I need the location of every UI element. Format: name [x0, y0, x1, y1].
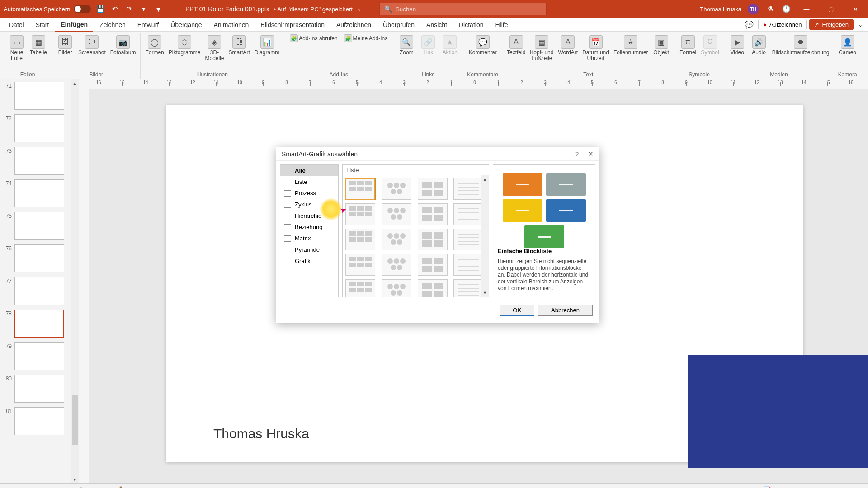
ribbon-btn-foliennummer[interactable]: #Foliennummer — [613, 33, 649, 57]
layout-option[interactable] — [345, 229, 375, 250]
dialog-help-icon[interactable]: ? — [575, 150, 579, 158]
close-button[interactable]: ✕ — [846, 0, 864, 18]
gallery-scrollbar[interactable]: ▲ ▼ — [481, 175, 489, 297]
ribbon-btn-objekt[interactable]: ▣Objekt — [652, 33, 671, 57]
tab-start[interactable]: Start — [30, 19, 55, 31]
layout-option[interactable] — [382, 254, 411, 276]
tab-ansicht[interactable]: Ansicht — [421, 19, 453, 31]
slide-thumbnail[interactable]: 72 — [3, 114, 76, 142]
slide-counter[interactable]: Folie 78 von 83 — [5, 486, 45, 488]
ribbon-btn-bildschirmaufzeichnung[interactable]: ⏺Bildschirmaufzeichnung — [771, 33, 830, 57]
category-pyramide[interactable]: Pyramide — [280, 244, 338, 255]
save-icon[interactable]: 💾 — [95, 4, 105, 14]
ok-button[interactable]: OK — [500, 305, 534, 316]
ribbon-btn-link[interactable]: 🔗Link — [419, 33, 438, 57]
ribbon-btn-aktion[interactable]: ★Aktion — [440, 33, 459, 57]
tab-einfuegen[interactable]: Einfügen — [55, 18, 93, 32]
dialog-close-icon[interactable]: ✕ — [588, 150, 594, 158]
layout-option[interactable] — [418, 254, 448, 276]
layout-option[interactable] — [453, 229, 483, 250]
ribbon-btn-textfeld[interactable]: ATextfeld — [506, 33, 526, 57]
layout-option[interactable] — [453, 203, 483, 225]
layout-option[interactable] — [382, 229, 411, 250]
ribbon-btn-formen[interactable]: ◯Formen — [144, 33, 165, 57]
from-beginning-icon[interactable]: ▾ — [139, 4, 149, 14]
search-input[interactable] — [396, 6, 542, 13]
gallery-scroll-down-icon[interactable]: ▼ — [481, 289, 489, 297]
tab-uebergaenge[interactable]: Übergänge — [165, 19, 207, 31]
ribbon-btn-3d--modelle[interactable]: ◈3D- Modelle — [204, 33, 225, 63]
layout-option[interactable] — [345, 254, 375, 276]
scroll-down-icon[interactable]: ▼ — [71, 475, 79, 483]
tab-aufzeichnen[interactable]: Aufzeichnen — [331, 19, 377, 31]
category-hierarchie[interactable]: Hierarchie — [280, 210, 338, 221]
slide-thumbnail[interactable]: 80 — [3, 375, 76, 403]
notes-button[interactable]: 📝 Notizen — [764, 486, 793, 488]
ribbon-btn-diagramm[interactable]: 📊Diagramm — [254, 33, 280, 57]
thumbs-scrollbar[interactable]: ▲ ▼ — [71, 79, 79, 483]
layout-option[interactable] — [418, 229, 448, 250]
ribbon-btn-screenshot[interactable]: 🖵Screenshot — [77, 33, 107, 57]
slide-thumbnail[interactable]: 81 — [3, 407, 76, 435]
ribbon-btn-symbol[interactable]: ΩSymbol — [700, 33, 720, 57]
category-grafik[interactable]: Grafik — [280, 255, 338, 267]
slide-thumbnail[interactable]: 73 — [3, 147, 76, 175]
ribbon-btn-fotoalbum[interactable]: 📷Fotoalbum — [109, 33, 137, 57]
ribbon-btn-wordart[interactable]: AWordArt — [557, 33, 579, 57]
user-avatar[interactable]: TH — [748, 4, 759, 14]
category-zyklus[interactable]: Zyklus — [280, 199, 338, 210]
scrollbar-thumb[interactable] — [72, 395, 78, 445]
comments-ribbon-icon[interactable]: 💬 — [743, 19, 755, 31]
collapse-ribbon-icon[interactable]: ⌄ — [856, 20, 864, 30]
ribbon-btn-meine-add-ins[interactable]: 🧩Meine Add-Ins — [342, 33, 390, 43]
dialog-titlebar[interactable]: SmartArt-Grafik auswählen ? ✕ — [276, 147, 599, 161]
layout-option[interactable] — [382, 178, 411, 200]
layout-option[interactable] — [345, 279, 375, 297]
ribbon-btn-video[interactable]: ▶Video — [728, 33, 747, 57]
slide-thumbnail[interactable]: 71 — [3, 82, 76, 110]
ribbon-btn-bilder[interactable]: 🖼Bilder — [56, 33, 75, 57]
tab-entwurf[interactable]: Entwurf — [132, 19, 164, 31]
category-matrix[interactable]: Matrix — [280, 233, 338, 244]
slide-thumbnail[interactable]: 74 — [3, 179, 76, 207]
category-liste[interactable]: Liste — [280, 176, 338, 188]
record-button[interactable]: ●Aufzeichnen — [758, 19, 807, 30]
tab-animationen[interactable]: Animationen — [208, 19, 255, 31]
ribbon-btn-neue-folie[interactable]: ▭Neue Folie — [7, 33, 26, 63]
layout-option[interactable] — [418, 203, 448, 225]
slide-thumbnail[interactable]: 79 — [3, 342, 76, 370]
ribbon-btn-kopf--und-fußzeile[interactable]: ▤Kopf- und Fußzeile — [529, 33, 554, 63]
redo-icon[interactable]: ↷ — [124, 4, 134, 14]
layout-option[interactable] — [345, 178, 375, 200]
slide-thumbnail[interactable]: 76 — [3, 244, 76, 272]
history-icon[interactable]: 🕘 — [781, 4, 791, 14]
qat-more-icon[interactable]: ▼ — [153, 4, 163, 14]
display-settings-button[interactable]: 🖥 Anzeigeeinstellungen — [799, 486, 863, 488]
layout-option[interactable] — [453, 178, 483, 200]
ribbon-btn-smartart[interactable]: ⿻SmartArt — [228, 33, 251, 57]
autosave-toggle[interactable] — [74, 5, 91, 13]
ribbon-btn-tabelle[interactable]: ▦Tabelle — [29, 33, 48, 57]
language-indicator[interactable]: Deutsch (Österreich) — [54, 486, 108, 488]
ribbon-btn-cameo[interactable]: 👤Cameo — [838, 33, 857, 57]
gallery-scroll-up-icon[interactable]: ▲ — [481, 175, 489, 183]
minimize-button[interactable]: — — [797, 0, 816, 18]
tab-zeichnen[interactable]: Zeichnen — [94, 19, 131, 31]
ribbon-btn-datum-und-uhrzeit[interactable]: 📅Datum und Uhrzeit — [581, 33, 610, 63]
tab-datei[interactable]: Datei — [4, 19, 29, 31]
tab-praesentation[interactable]: Bildschirmpräsentation — [255, 19, 330, 31]
slide-thumbnail[interactable]: 78 — [3, 310, 76, 338]
coming-soon-icon[interactable]: ⚗ — [765, 4, 775, 14]
search-box[interactable]: 🔍 — [379, 3, 547, 15]
title-dropdown-icon[interactable]: ⌄ — [357, 6, 361, 12]
ribbon-btn-add-ins-abrufen[interactable]: 🧩Add-Ins abrufen — [288, 33, 339, 43]
ribbon-btn-formel[interactable]: πFormel — [679, 33, 698, 57]
ribbon-btn-zoom[interactable]: 🔍Zoom — [397, 33, 416, 57]
layout-option[interactable] — [418, 279, 448, 297]
slide-thumbnail[interactable]: 75 — [3, 212, 76, 240]
undo-icon[interactable]: ↶ — [110, 4, 120, 14]
category-alle[interactable]: Alle — [280, 165, 338, 176]
ribbon-btn-kommentar[interactable]: 💬Kommentar — [468, 33, 498, 57]
accessibility-check[interactable]: 🧍Barrierefreiheit: Untersuchen — [117, 486, 202, 488]
layout-option[interactable] — [382, 203, 411, 225]
